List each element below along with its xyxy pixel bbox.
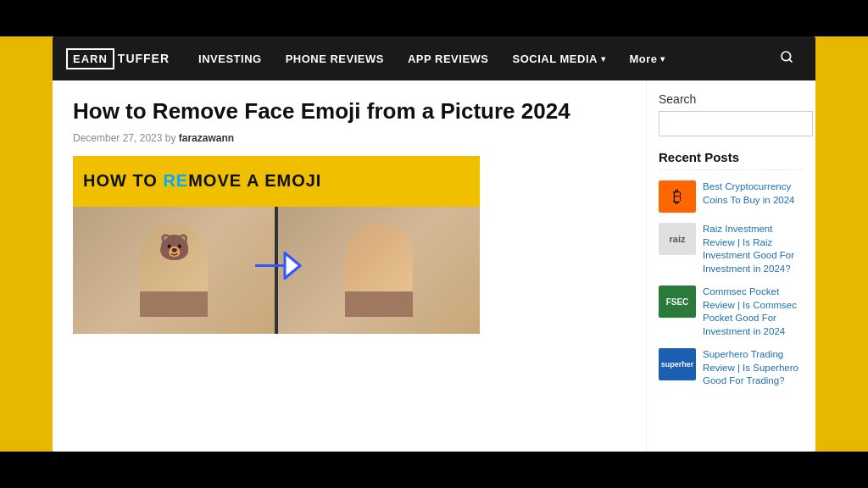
post-link-commsec[interactable]: Commsec Pocket Review | Is Commsec Pocke… <box>703 286 804 338</box>
list-item: raiz Raiz Investment Review | Is Raiz In… <box>659 223 804 275</box>
search-input[interactable] <box>659 111 813 136</box>
post-thumbnail-commsec: FSEC <box>659 286 696 318</box>
nav-items: INVESTING PHONE REVIEWS APP REVIEWS SOCI… <box>186 36 771 80</box>
photo-after <box>278 207 480 334</box>
post-info-raiz: Raiz Investment Review | Is Raiz Investm… <box>703 223 804 275</box>
article-meta: December 27, 2023 by farazawann <box>73 132 626 144</box>
page-frame: EARN TUFFER INVESTING PHONE REVIEWS APP … <box>53 36 815 452</box>
nav-item-investing[interactable]: INVESTING <box>186 36 274 80</box>
post-info-crypto: Best Cryptocurrency Coins To Buy in 2024 <box>703 180 804 207</box>
list-item: superher Superhero Trading Review | Is S… <box>659 348 804 388</box>
article-date: December 27, 2023 <box>73 132 162 144</box>
post-thumbnail-raiz: raiz <box>659 223 696 255</box>
arrow-overlay <box>251 244 302 296</box>
list-item: FSEC Commsec Pocket Review | Is Commsec … <box>659 286 804 338</box>
nav-item-social-media[interactable]: SOCIAL MEDIA ▾ <box>501 36 618 80</box>
post-info-superhero: Superhero Trading Review | Is Superhero … <box>703 348 804 388</box>
nav-item-app-reviews[interactable]: APP REVIEWS <box>396 36 501 80</box>
article-title: How to Remove Face Emoji from a Picture … <box>73 97 626 125</box>
chevron-down-icon: ▾ <box>601 54 606 64</box>
nav-item-phone-reviews[interactable]: PHONE REVIEWS <box>274 36 396 80</box>
post-link-raiz[interactable]: Raiz Investment Review | Is Raiz Investm… <box>703 223 804 275</box>
post-thumbnail-crypto: ₿ <box>659 180 696 213</box>
sidebar: Search Search Recent Posts ₿ Best Crypto… <box>646 80 815 452</box>
navbar: EARN TUFFER INVESTING PHONE REVIEWS APP … <box>53 36 815 80</box>
photo-before: 🐻 <box>73 207 275 334</box>
search-icon[interactable] <box>771 50 802 67</box>
post-thumbnail-superhero: superher <box>659 348 696 380</box>
post-info-commsec: Commsec Pocket Review | Is Commsec Pocke… <box>703 286 804 338</box>
site-logo[interactable]: EARN TUFFER <box>66 48 170 69</box>
image-photos: 🐻 <box>73 207 480 334</box>
content-area: How to Remove Face Emoji from a Picture … <box>53 80 815 452</box>
post-link-crypto[interactable]: Best Cryptocurrency Coins To Buy in 2024 <box>703 180 804 207</box>
bitcoin-icon: ₿ <box>673 187 682 207</box>
search-label: Search <box>659 92 804 106</box>
logo-earn: EARN <box>66 48 114 69</box>
nav-item-more[interactable]: More ▾ <box>617 36 677 80</box>
banner-text: HOW TO REMOVE A EMOJI <box>83 171 321 191</box>
article-image: HOW TO REMOVE A EMOJI 🐻 <box>73 156 480 334</box>
svg-line-1 <box>789 59 792 62</box>
main-content: How to Remove Face Emoji from a Picture … <box>53 80 646 452</box>
banner-highlight: RE <box>163 171 188 190</box>
post-link-superhero[interactable]: Superhero Trading Review | Is Superhero … <box>703 348 804 388</box>
logo-tuffer: TUFFER <box>118 52 170 65</box>
article-author[interactable]: farazawann <box>179 132 234 144</box>
list-item: ₿ Best Cryptocurrency Coins To Buy in 20… <box>659 180 804 213</box>
image-banner: HOW TO REMOVE A EMOJI <box>73 156 480 207</box>
chevron-down-icon: ▾ <box>660 54 665 64</box>
recent-posts-title: Recent Posts <box>659 150 804 170</box>
search-box: Search <box>659 111 804 136</box>
